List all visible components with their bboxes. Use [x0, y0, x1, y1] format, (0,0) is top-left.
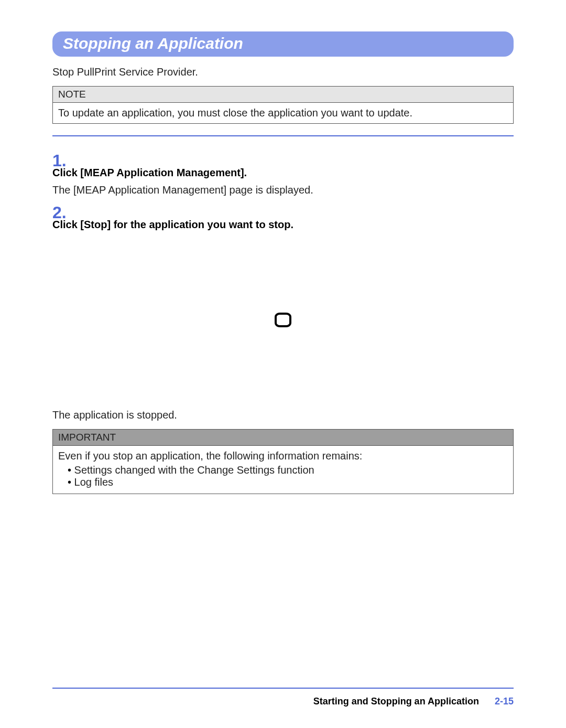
note-label: NOTE: [53, 87, 513, 103]
step-2: 2. Click [Stop] for the application you …: [52, 204, 514, 231]
step-title: Click [MEAP Application Management].: [52, 167, 514, 179]
divider-top: [52, 135, 514, 136]
footer-section-title: Starting and Stopping an Application: [313, 696, 479, 707]
important-body: Even if you stop an application, the fol…: [53, 446, 513, 494]
section-title: Stopping an Application: [63, 35, 243, 52]
important-list: Settings changed with the Change Setting…: [58, 464, 508, 488]
step-title: Click [Stop] for the application you wan…: [52, 219, 514, 231]
list-item: Log files: [68, 476, 508, 488]
step-desc: The [MEAP Application Management] page i…: [52, 184, 514, 196]
note-body: To update an application, you must close…: [53, 103, 513, 123]
page-footer: Starting and Stopping an Application 2-1…: [52, 688, 514, 707]
footer-page-number: 2-15: [495, 696, 514, 707]
result-text: The application is stopped.: [52, 409, 514, 421]
image-placeholder: [52, 241, 514, 399]
placeholder-icon: [275, 313, 291, 327]
intro-text: Stop PullPrint Service Provider.: [52, 66, 514, 78]
note-box: NOTE To update an application, you must …: [52, 86, 514, 124]
important-label: IMPORTANT: [53, 430, 513, 446]
important-intro: Even if you stop an application, the fol…: [58, 450, 362, 462]
section-header: Stopping an Application: [52, 31, 514, 57]
important-box: IMPORTANT Even if you stop an applicatio…: [52, 429, 514, 494]
step-1: 1. Click [MEAP Application Management]. …: [52, 152, 514, 196]
list-item: Settings changed with the Change Setting…: [68, 464, 508, 476]
